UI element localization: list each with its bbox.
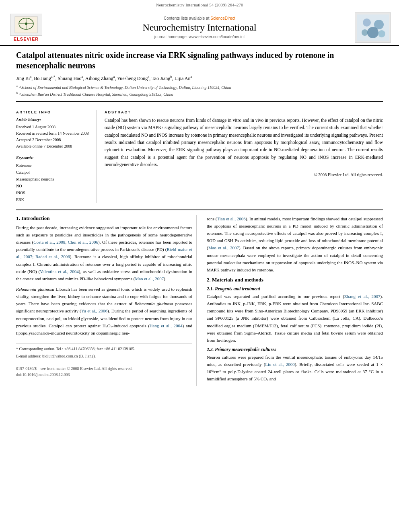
ref-biehl[interactable]: Biehl-maier et al., 2007; Radad et al., … [16,247,192,259]
journal-header: ELSEVIER Contents lists available at Sci… [0,9,399,46]
elsevier-logo-image [10,14,42,36]
ref-valentina[interactable]: Valentina et al., 2004 [40,269,79,274]
copyright-line: © 2008 Elsevier Ltd. All rights reserved… [105,172,383,179]
intro-para1: During the past decade, increasing evide… [16,224,192,282]
body-left-column: 1. Introduction During the past decade, … [16,215,197,386]
contents-label: Contents lists available at [164,16,209,21]
keyword-erk: ERK [16,196,90,203]
abstract-label: ABSTRACT [105,110,383,114]
primary-cultures-para: Neuron cultures were prepared from the v… [207,353,383,383]
abstract-column: ABSTRACT Catalpol has been shown to resc… [105,110,383,203]
corresponding-author: * Corresponding author. Tel.: +86 411 84… [16,346,192,352]
journal-cover-image [355,12,391,43]
materials-section-title: 2. Materials and methods [207,277,383,283]
issn-line: 0197-0186/$ – see front matter © 2008 El… [16,366,192,372]
ref-jiang-2004[interactable]: Jiang et al., 2004 [150,323,182,328]
intro-para2: Rehmannia glutinosa Libosch has been ser… [16,286,192,337]
available-date: Available online 7 December 2008 [16,143,90,150]
ref-costa[interactable]: Costa et al., 2008; Choi et al., 2006 [33,240,98,244]
affiliation-a: a ᵃ School of Environmental and Biologic… [16,84,383,90]
intro-title: Introduction [21,215,50,221]
keywords-block: Keywords: Rotenone Catalpol Mesencephali… [16,154,90,203]
article-info-label: ARTICLE INFO [16,110,90,114]
keyword-catalpol: Catalpol [16,169,90,176]
info-abstract-columns: ARTICLE INFO Article history: Received 1… [16,106,383,203]
keyword-rotenone: Rotenone [16,162,90,169]
main-body: 1. Introduction During the past decade, … [16,210,383,386]
revised-date: Received in revised form 14 November 200… [16,130,90,137]
intro-section-title: 1. Introduction [16,215,192,222]
reagents-subsection-title: 2.1. Reagents and treatment [207,286,383,291]
rehmannia-italic: Rehmannia glutinosa [16,287,54,292]
journal-center: Contents lists available at ScienceDirec… [44,16,355,39]
article-title: Catalpol attenuates nitric oxide increas… [16,50,383,71]
article-history: Article history: Received 1 August 2008 … [16,117,90,150]
sciencedirect-line: Contents lists available at ScienceDirec… [52,16,347,21]
footer-copyright: 0197-0186/$ – see front matter © 2008 El… [16,363,192,378]
article-content: Catalpol attenuates nitric oxide increas… [0,46,399,394]
accepted-date: Accepted 2 December 2008 [16,137,90,143]
page-wrapper: Neurochemistry International 54 (2009) 2… [0,0,399,394]
keyword-no: NO [16,183,90,189]
affiliation-b: b ᵇ Shenzhen Bao'an District Traditional… [16,91,383,97]
svg-point-10 [378,30,385,37]
article-title-section: Catalpol attenuates nitric oxide increas… [16,50,383,102]
ref-yu[interactable]: Yu et al., 2006 [81,308,107,313]
footnotes: * Corresponding author. Tel.: +86 411 84… [16,343,192,359]
rehmannia-italic-2: Rehmannia glutinosa [134,301,173,306]
journal-reference-bar: Neurochemistry International 54 (2009) 2… [0,0,399,9]
history-label: Article history: [16,117,90,123]
ref-mao-2007-2[interactable]: Mao et al., 2007 [208,245,239,250]
journal-title: Neurochemistry International [52,22,347,33]
journal-reference-text: Neurochemistry International 54 (2009) 2… [156,2,243,7]
sciencedirect-link[interactable]: ScienceDirect [210,16,235,21]
svg-point-9 [362,29,368,36]
primary-cultures-subsection-title: 2.2. Primary mesencephalic cultures [207,347,383,352]
doi-line: doi:10.1016/j.neuint.2008.12.003 [16,372,192,378]
svg-point-8 [367,27,378,38]
intro-num: 1. [16,215,20,221]
affiliations: a ᵃ School of Environmental and Biologic… [16,84,383,97]
ref-mao-2007-1[interactable]: Mao et al., 2007 [135,276,164,281]
ref-liu[interactable]: Liu et al., 2000 [265,362,295,367]
email-address: E-mail address: bjdlut@yahoo.com.cn (B. … [16,353,192,359]
svg-point-4 [25,23,27,25]
journal-homepage: journal homepage: www.elsevier.com/locat… [52,35,347,39]
article-authors: Jing Bia, Bo Jianga,*, Shuang Haoa, Aiho… [16,74,383,82]
elsevier-text: ELSEVIER [14,37,39,41]
materials-num: 2. [207,277,211,283]
elsevier-logo: ELSEVIER [8,14,44,41]
keyword-inos: iNOS [16,189,90,196]
right-para1: rons (Tian et al., 2006). In animal mode… [207,215,383,273]
abstract-paragraph: Catalpol has been shown to rescue neuron… [105,117,383,168]
received-date: Received 1 August 2008 [16,124,90,130]
materials-title: Materials and methods [212,277,263,283]
ref-tian[interactable]: Tian et al., 2006 [217,216,245,221]
reagents-para: Catalpol was separated and purified acco… [207,293,383,344]
keyword-mesencephalic: Mesencephalic neurons [16,176,90,183]
abstract-text: Catalpol has been shown to rescue neuron… [105,117,383,179]
article-info-column: ARTICLE INFO Article history: Received 1… [16,110,97,203]
svg-point-6 [363,18,371,27]
body-right-column: rons (Tian et al., 2006). In animal mode… [205,215,383,386]
keywords-label: Keywords: [16,154,90,161]
ref-zhang[interactable]: Zhang et al., 2007 [344,294,380,299]
